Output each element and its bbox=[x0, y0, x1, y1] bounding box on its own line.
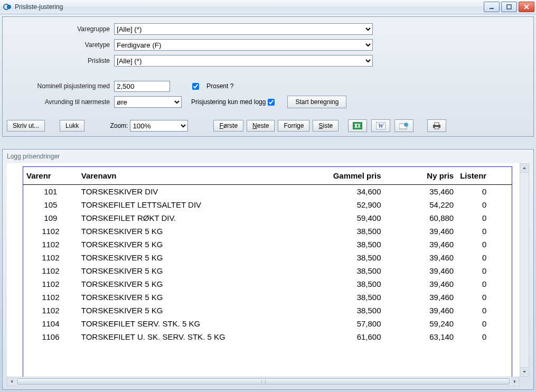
cell-gammel: 38,500 bbox=[299, 291, 384, 304]
minimize-button[interactable] bbox=[484, 2, 500, 12]
lukk-button[interactable]: Lukk bbox=[60, 120, 84, 132]
maximize-button[interactable] bbox=[501, 2, 517, 12]
table-row: 109 TORSKEFILET RØKT DIV.59,40060,8800 bbox=[23, 211, 512, 225]
cell-gammel: 57,800 bbox=[299, 317, 384, 330]
t: iste bbox=[323, 122, 333, 129]
horizontal-scrollbar[interactable] bbox=[7, 377, 520, 386]
cell-varenavn: TORSKESKIVER DIV bbox=[78, 185, 300, 199]
cell-gammel: 38,500 bbox=[299, 277, 384, 291]
varegruppe-select[interactable]: [Alle] (*) bbox=[114, 23, 373, 35]
cell-gammel: 52,900 bbox=[299, 198, 384, 211]
col-listenr: Listenr bbox=[457, 167, 512, 185]
col-varenavn: Varenavn bbox=[78, 167, 300, 185]
cell-varenavn: TORSKESKIVER 5 KG bbox=[78, 225, 300, 238]
cell-gammel: 38,500 bbox=[299, 238, 384, 251]
cell-gammel: 38,500 bbox=[299, 225, 384, 238]
table-row: 1102TORSKESKIVER 5 KG38,50039,4600 bbox=[23, 264, 512, 277]
svg-rect-3 bbox=[507, 5, 511, 9]
cell-listenr: 0 bbox=[457, 264, 512, 277]
cell-varenavn: TORSKESKIVER 5 KG bbox=[78, 264, 300, 277]
report-panel: Logg prisendringer Varenr Varenavn Gamme… bbox=[2, 149, 534, 390]
cell-varenavn: TORSKESKIVER 5 KG bbox=[78, 304, 300, 317]
cell-varenr: 109 bbox=[23, 211, 78, 225]
prisjustering-label: Prisjustering kun med logg bbox=[191, 98, 266, 106]
svg-point-1 bbox=[7, 5, 11, 9]
report-area: Varenr Varenavn Gammel pris Ny pris List… bbox=[7, 163, 520, 377]
varegruppe-label: Varegruppe bbox=[7, 25, 114, 33]
price-table: Varenr Varenavn Gammel pris Ny pris List… bbox=[23, 167, 512, 343]
next-page-button[interactable]: Neste bbox=[247, 120, 275, 132]
app-icon bbox=[3, 3, 12, 11]
col-gammel: Gammel pris bbox=[299, 167, 384, 185]
t: ørste bbox=[223, 122, 238, 129]
export-excel-button[interactable] bbox=[348, 119, 367, 132]
cell-varenr: 1102 bbox=[23, 304, 78, 317]
cell-varenavn: TORSKESKIVER 5 KG bbox=[78, 251, 300, 264]
nominell-input[interactable] bbox=[114, 81, 170, 92]
cell-ny: 60,880 bbox=[384, 211, 457, 225]
avrunding-label: Avrunding til nærmeste bbox=[7, 98, 114, 106]
cell-listenr: 0 bbox=[457, 277, 512, 291]
scroll-track[interactable] bbox=[16, 377, 511, 386]
cell-varenavn: TORSKESKIVER 5 KG bbox=[78, 277, 300, 291]
export-html-button[interactable] bbox=[394, 119, 413, 132]
scroll-down-button[interactable] bbox=[520, 367, 529, 376]
cell-gammel: 38,500 bbox=[299, 251, 384, 264]
cell-listenr: 0 bbox=[457, 291, 512, 304]
cell-varenavn: TORSKEFILET SERV. STK. 5 KG bbox=[78, 317, 300, 330]
globe-icon bbox=[399, 122, 409, 129]
table-row: 1102TORSKESKIVER 5 KG38,50039,4600 bbox=[23, 225, 512, 238]
excel-icon bbox=[353, 122, 362, 129]
prev-page-button[interactable]: Forrige bbox=[278, 120, 309, 132]
cell-ny: 54,220 bbox=[384, 198, 457, 211]
cell-varenavn: TORSKESKIVER 5 KG bbox=[78, 238, 300, 251]
avrunding-select[interactable]: øre bbox=[114, 96, 182, 108]
cell-listenr: 0 bbox=[457, 185, 512, 199]
cell-listenr: 0 bbox=[457, 238, 512, 251]
svg-rect-4 bbox=[353, 122, 362, 129]
cell-ny: 39,460 bbox=[384, 304, 457, 317]
table-row: 101TORSKESKIVER DIV34,60035,4600 bbox=[23, 185, 512, 199]
skriv-ut-button[interactable]: Skriv ut... bbox=[7, 120, 45, 132]
cell-gammel: 34,600 bbox=[299, 185, 384, 199]
cell-ny: 35,460 bbox=[384, 185, 457, 199]
t: este bbox=[257, 122, 269, 129]
cell-varenr: 1102 bbox=[23, 251, 78, 264]
start-beregning-button[interactable]: Start beregning bbox=[287, 96, 346, 108]
close-button[interactable] bbox=[519, 2, 534, 12]
scroll-right-button[interactable] bbox=[511, 377, 519, 386]
nominell-label: Nominell pisjustering med bbox=[7, 82, 114, 90]
scroll-left-button[interactable] bbox=[7, 377, 16, 386]
prosent-checkbox[interactable] bbox=[192, 83, 199, 90]
table-header-row: Varenr Varenavn Gammel pris Ny pris List… bbox=[23, 167, 512, 185]
window-title: Prisliste-justering bbox=[15, 3, 484, 11]
t: Forri bbox=[284, 122, 297, 129]
word-icon: W bbox=[376, 122, 385, 129]
zoom-select[interactable]: 100% bbox=[130, 120, 188, 132]
cell-varenavn: TORSKEFILET U. SK. SERV. STK. 5 KG bbox=[78, 330, 300, 343]
cell-varenr: 101 bbox=[23, 185, 78, 199]
prisliste-label: Prisliste bbox=[7, 57, 114, 64]
first-page-button[interactable]: Første bbox=[213, 120, 243, 132]
prisliste-select[interactable]: [Alle] (*) bbox=[114, 55, 373, 67]
report-title: Logg prisendringer bbox=[7, 153, 529, 160]
col-ny: Ny pris bbox=[384, 167, 457, 185]
cell-varenr: 1102 bbox=[23, 291, 78, 304]
export-word-button[interactable]: W bbox=[371, 119, 390, 132]
svg-rect-10 bbox=[435, 123, 439, 125]
scroll-up-button[interactable] bbox=[520, 164, 529, 173]
svg-rect-2 bbox=[490, 8, 494, 9]
scroll-thumb[interactable] bbox=[17, 378, 510, 385]
varetype-select[interactable]: Ferdigvare (F) bbox=[114, 39, 373, 51]
cell-ny: 39,460 bbox=[384, 277, 457, 291]
cell-varenavn: TORSKEFILET LETTSALTET DIV bbox=[78, 198, 300, 211]
last-page-button[interactable]: Siste bbox=[313, 120, 338, 132]
prisjustering-checkbox[interactable] bbox=[268, 99, 275, 106]
cell-varenr: 1102 bbox=[23, 225, 78, 238]
cell-ny: 39,460 bbox=[384, 264, 457, 277]
vertical-scrollbar[interactable] bbox=[520, 163, 529, 377]
cell-ny: 59,240 bbox=[384, 317, 457, 330]
cell-varenr: 1106 bbox=[23, 330, 78, 343]
svg-text:W: W bbox=[378, 122, 384, 129]
print-button[interactable] bbox=[427, 119, 446, 132]
